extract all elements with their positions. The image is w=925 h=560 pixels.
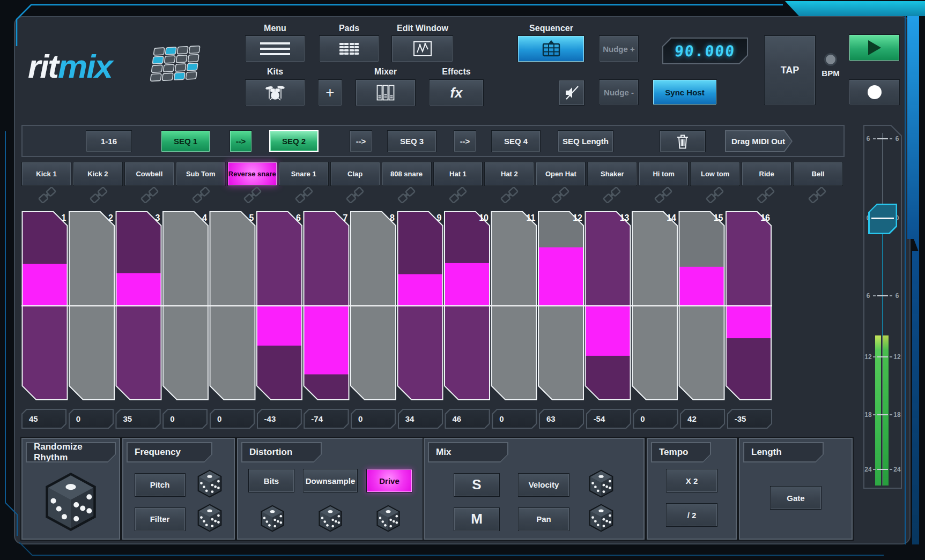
tempo-div2-button[interactable]: / 2: [666, 503, 717, 527]
tap-button[interactable]: TAP: [764, 35, 816, 105]
step-value-box[interactable]: 45: [21, 409, 66, 429]
drag-midi-out-button[interactable]: Drag MIDI Out: [725, 130, 793, 152]
step-value-box[interactable]: 0: [351, 409, 396, 429]
dice-icon[interactable]: [588, 503, 615, 535]
step-value-box[interactable]: -54: [586, 409, 631, 429]
seq-arrow-3[interactable]: -->: [454, 130, 476, 152]
track-button-shaker[interactable]: Shaker: [587, 162, 637, 186]
dice-icon[interactable]: [196, 503, 223, 535]
seq-3-button[interactable]: SEQ 3: [387, 130, 436, 152]
track-link-icon[interactable]: [638, 187, 689, 203]
track-button-hat-1[interactable]: Hat 1: [433, 162, 483, 186]
seq-length-button[interactable]: SEQ Length: [558, 130, 613, 152]
step-value-box[interactable]: 42: [680, 409, 725, 429]
tempo-x2-button[interactable]: X 2: [666, 469, 717, 492]
track-link-icon[interactable]: [484, 187, 535, 203]
track-button-sub-tom[interactable]: Sub Tom: [176, 162, 226, 186]
track-link-icon[interactable]: [175, 187, 227, 203]
dice-icon[interactable]: [588, 469, 615, 501]
track-button-snare-1[interactable]: Snare 1: [279, 162, 329, 186]
step-value-box[interactable]: -35: [727, 409, 772, 429]
step-range-button[interactable]: 1-16: [86, 130, 132, 152]
sequencer-button[interactable]: [517, 35, 584, 62]
clear-button[interactable]: [660, 130, 706, 152]
step-value-box[interactable]: 34: [398, 409, 443, 429]
play-button[interactable]: [849, 34, 900, 61]
track-button-reverse-snare[interactable]: Reverse snare: [227, 162, 277, 186]
mute-button[interactable]: [559, 80, 584, 106]
dice-icon[interactable]: [375, 504, 401, 535]
record-button[interactable]: [849, 79, 900, 105]
seq-arrow-1[interactable]: -->: [230, 130, 252, 152]
track-link-icon[interactable]: [741, 187, 792, 203]
track-link-icon[interactable]: [21, 187, 73, 203]
seq-arrow-2[interactable]: -->: [350, 130, 372, 152]
step-value-box[interactable]: 0: [69, 409, 114, 429]
frame-right-bar-upper: [907, 16, 919, 253]
nudge-plus-button[interactable]: Nudge +: [599, 35, 639, 62]
nudge-minus-button[interactable]: Nudge -: [599, 79, 639, 105]
pads-button[interactable]: [319, 35, 379, 62]
gate-button[interactable]: Gate: [770, 486, 822, 510]
track-button-kick-2[interactable]: Kick 2: [73, 162, 123, 186]
velocity-button[interactable]: Velocity: [518, 473, 569, 497]
track-button-clap[interactable]: Clap: [330, 162, 380, 186]
step-value-box[interactable]: 0: [162, 409, 208, 429]
step-number: 8: [390, 213, 395, 222]
seq-4-button[interactable]: SEQ 4: [491, 130, 541, 152]
track-link-icon[interactable]: [124, 187, 176, 203]
step-value-box[interactable]: -43: [257, 409, 302, 429]
track-link-icon[interactable]: [227, 187, 278, 203]
track-button-bell[interactable]: Bell: [793, 162, 843, 186]
step-value-box[interactable]: 46: [445, 409, 490, 429]
step-value-box[interactable]: 0: [210, 409, 255, 429]
pan-button[interactable]: Pan: [518, 507, 569, 531]
solo-button[interactable]: S: [454, 473, 500, 497]
drive-button[interactable]: Drive: [366, 469, 412, 492]
step-grid[interactable]: 12345678910111213141516: [21, 211, 772, 401]
track-button-hi-tom[interactable]: Hi tom: [639, 162, 689, 186]
mixer-button[interactable]: [356, 79, 416, 106]
sync-host-button[interactable]: Sync Host: [653, 79, 717, 105]
track-button-open-hat[interactable]: Open Hat: [536, 162, 586, 186]
effects-button[interactable]: fx: [429, 79, 484, 106]
step-value-box[interactable]: 0: [633, 409, 678, 429]
track-link-icon[interactable]: [278, 187, 330, 203]
track-button-ride[interactable]: Ride: [742, 162, 791, 186]
track-link-icon[interactable]: [330, 187, 381, 203]
dice-icon[interactable]: [196, 469, 223, 501]
bits-button[interactable]: Bits: [248, 469, 294, 492]
track-link-icon[interactable]: [73, 187, 124, 203]
dice-icon[interactable]: [260, 504, 285, 535]
filter-button[interactable]: Filter: [135, 507, 186, 531]
track-link-icon[interactable]: [381, 187, 432, 203]
seq-1-button[interactable]: SEQ 1: [161, 130, 210, 152]
step-value-box[interactable]: 63: [539, 409, 584, 429]
track-link-icon[interactable]: [586, 187, 638, 203]
add-button[interactable]: +: [318, 79, 342, 106]
downsample-button[interactable]: Downsample: [303, 469, 358, 492]
track-button-cowbell[interactable]: Cowbell: [124, 162, 174, 186]
dice-icon[interactable]: [317, 504, 343, 535]
step-value-box[interactable]: 0: [492, 409, 537, 429]
menu-button[interactable]: [245, 35, 305, 62]
track-link-icon[interactable]: [791, 187, 843, 203]
fader-handle[interactable]: [868, 204, 897, 234]
grid-center-line: [21, 305, 772, 306]
seq-2-button[interactable]: SEQ 2: [269, 130, 319, 152]
kits-button[interactable]: [245, 79, 305, 106]
edit-window-button[interactable]: [391, 35, 453, 62]
track-button-hat-2[interactable]: Hat 2: [484, 162, 534, 186]
track-button-808-snare[interactable]: 808 snare: [382, 162, 432, 186]
track-link-icon[interactable]: [689, 187, 741, 203]
step-value-box[interactable]: -74: [304, 409, 349, 429]
track-link-icon[interactable]: [432, 187, 484, 203]
track-button-low-tom[interactable]: Low tom: [690, 162, 740, 186]
dice-icon[interactable]: [43, 471, 99, 535]
bpm-display[interactable]: 90.000: [662, 38, 748, 64]
pitch-button[interactable]: Pitch: [135, 473, 186, 497]
track-link-icon[interactable]: [535, 187, 587, 203]
mute-track-button[interactable]: M: [454, 507, 500, 531]
track-button-kick-1[interactable]: Kick 1: [21, 162, 71, 186]
step-value-box[interactable]: 35: [115, 409, 160, 429]
